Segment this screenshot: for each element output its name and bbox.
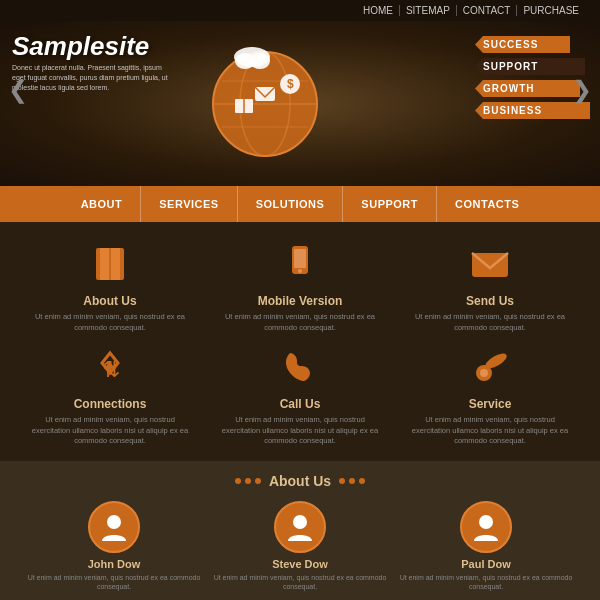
mail-icon (466, 240, 514, 288)
john-desc: Ut enim ad minim veniam, quis nostrud ex… (25, 573, 203, 593)
mobile-icon (276, 240, 324, 288)
mobile-desc: Ut enim ad minim veniam, quis nostrud ex… (215, 312, 385, 333)
paul-avatar (460, 501, 512, 553)
about-us-desc: Ut enim ad minim veniam, quis nostrud ex… (25, 312, 195, 333)
connections-icon: ⇅ (86, 343, 134, 391)
content-grid: About Us Ut enim ad minim veniam, quis n… (25, 240, 575, 447)
connections-title: Connections (74, 397, 147, 411)
top-navigation: HOME SITEMAP CONTACT PURCHASE (0, 0, 600, 21)
about-grid: John Dow Ut enim ad minim veniam, quis n… (25, 501, 575, 593)
person-paul: Paul Dow Ut enim ad minim veniam, quis n… (397, 501, 575, 593)
hero-next-arrow[interactable]: ❯ (572, 76, 592, 104)
steve-desc: Ut enim ad minim veniam, quis nostrud ex… (211, 573, 389, 593)
content-item-service: Service Ut enim ad minim veniam, quis no… (405, 343, 575, 447)
nav-about[interactable]: ABOUT (63, 186, 142, 222)
person-john: John Dow Ut enim ad minim veniam, quis n… (25, 501, 203, 593)
steve-name: Steve Dow (272, 558, 328, 570)
content-item-about: About Us Ut enim ad minim veniam, quis n… (25, 240, 195, 333)
brand-name: Samplesite (12, 31, 149, 62)
svg-point-13 (250, 53, 270, 69)
nav-contacts[interactable]: CONTACTS (437, 186, 537, 222)
john-avatar (88, 501, 140, 553)
john-name: John Dow (88, 558, 141, 570)
top-nav-purchase[interactable]: PURCHASE (517, 5, 585, 16)
dot-3 (255, 478, 261, 484)
about-header: About Us (25, 473, 575, 489)
dot-2 (245, 478, 251, 484)
nav-services[interactable]: SERVICES (141, 186, 237, 222)
content-item-send: Send Us Ut enim ad minim veniam, quis no… (405, 240, 575, 333)
content-item-connections: ⇅ Connections Ut enim ad minim veniam, q… (25, 343, 195, 447)
dot-4 (339, 478, 345, 484)
service-title: Service (469, 397, 512, 411)
about-dots-right (339, 478, 365, 484)
phone-icon (276, 343, 324, 391)
hero-prev-arrow[interactable]: ❮ (8, 76, 28, 104)
service-icon (466, 343, 514, 391)
about-us-title: About Us (83, 294, 136, 308)
steve-avatar (274, 501, 326, 553)
content-item-mobile: Mobile Version Ut enim ad minim veniam, … (215, 240, 385, 333)
svg-point-24 (480, 369, 488, 377)
about-section-title: About Us (269, 473, 331, 489)
dot-6 (359, 478, 365, 484)
ribbon-business: BUSINESS (475, 102, 590, 119)
hero-section: Samplesite Donec ut placerat nulla. Prae… (0, 21, 600, 186)
send-title: Send Us (466, 294, 514, 308)
nav-solutions[interactable]: SOLUTIONS (238, 186, 344, 222)
person-steve: Steve Dow Ut enim ad minim veniam, quis … (211, 501, 389, 593)
about-section: About Us John Dow Ut enim ad minim venia… (0, 461, 600, 601)
paul-desc: Ut enim ad minim veniam, quis nostrud ex… (397, 573, 575, 593)
svg-text:$: $ (287, 77, 294, 91)
about-dots-left (235, 478, 261, 484)
ribbon-support: SUPPORT (475, 58, 585, 75)
top-nav-home[interactable]: HOME (357, 5, 400, 16)
nav-support[interactable]: SUPPORT (343, 186, 437, 222)
call-title: Call Us (280, 397, 321, 411)
top-nav-contact[interactable]: CONTACT (457, 5, 518, 16)
send-desc: Ut enim ad minim veniam, quis nostrud ex… (405, 312, 575, 333)
connections-desc: Ut enim ad minim veniam, quis nostrud ex… (25, 415, 195, 447)
svg-point-19 (298, 269, 302, 273)
dot-5 (349, 478, 355, 484)
svg-point-25 (107, 515, 121, 529)
content-section: About Us Ut enim ad minim veniam, quis n… (0, 222, 600, 461)
book-icon (86, 240, 134, 288)
content-item-call: Call Us Ut enim ad minim veniam, quis no… (215, 343, 385, 447)
svg-point-27 (479, 515, 493, 529)
paul-name: Paul Dow (461, 558, 511, 570)
svg-rect-18 (294, 249, 306, 268)
dot-1 (235, 478, 241, 484)
ribbon-growth: GROWTH (475, 80, 580, 97)
svg-text:⇅: ⇅ (102, 357, 120, 382)
globe-illustration: $ (200, 29, 360, 179)
top-nav-sitemap[interactable]: SITEMAP (400, 5, 457, 16)
mobile-title: Mobile Version (258, 294, 343, 308)
svg-point-26 (293, 515, 307, 529)
ribbon-success: SUCCESS (475, 36, 570, 53)
main-navigation: ABOUT SERVICES SOLUTIONS SUPPORT CONTACT… (0, 186, 600, 222)
service-desc: Ut enim ad minim veniam, quis nostrud ex… (405, 415, 575, 447)
brand-tagline: Donec ut placerat nulla. Praesent sagitt… (12, 63, 172, 92)
call-desc: Ut enim ad minim veniam, quis nostrud ex… (215, 415, 385, 447)
